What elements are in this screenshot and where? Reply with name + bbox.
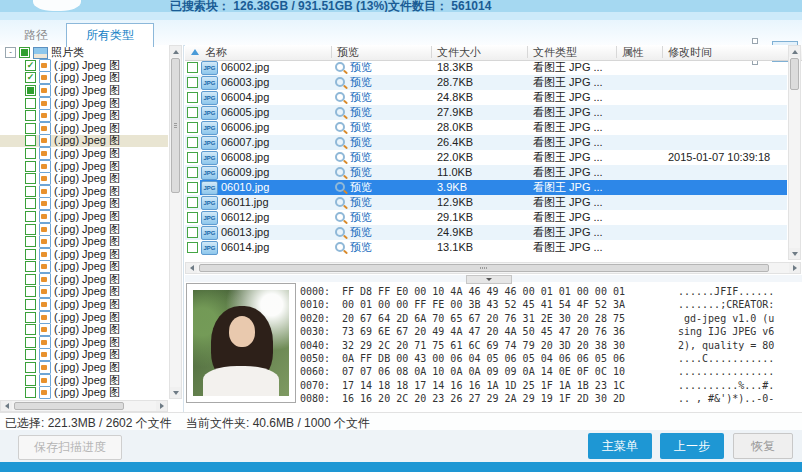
tree-item-checkbox[interactable]: ✓ <box>25 72 36 83</box>
preview-link[interactable]: 预览 <box>350 241 372 254</box>
tree-vscroll-thumb[interactable] <box>171 58 180 193</box>
tree-item-checkbox[interactable] <box>25 274 36 285</box>
list-hscroll-thumb[interactable] <box>199 264 769 272</box>
tree-item-checkbox[interactable] <box>25 337 36 348</box>
list-horizontal-scrollbar[interactable] <box>185 262 801 274</box>
tree-item-jpeg[interactable]: (.jpg) Jpeg 图 <box>0 109 168 122</box>
tree-item-jpeg[interactable]: ✓(.jpg) Jpeg 图 <box>0 59 168 72</box>
tree-item-checkbox[interactable] <box>25 186 36 197</box>
tree-item-jpeg[interactable]: (.jpg) Jpeg 图 <box>0 323 168 336</box>
tree-item-jpeg[interactable]: (.jpg) Jpeg 图 <box>0 185 168 198</box>
row-checkbox[interactable] <box>187 122 198 133</box>
file-row[interactable]: JPG06002.jpg预览18.3KB看图王 JPG ... <box>185 60 787 75</box>
row-checkbox[interactable] <box>187 242 198 253</box>
file-row[interactable]: JPG06007.jpg预览26.4KB看图王 JPG ... <box>185 135 787 150</box>
column-header-mtime[interactable]: 修改时间 <box>668 46 712 59</box>
row-checkbox[interactable] <box>187 62 198 73</box>
tree-item-jpeg[interactable]: (.jpg) Jpeg 图 <box>0 235 168 248</box>
preview-link[interactable]: 预览 <box>350 76 372 89</box>
scroll-up-icon[interactable] <box>170 46 181 57</box>
column-header-type[interactable]: 文件类型 <box>533 46 577 59</box>
tree-item-checkbox[interactable] <box>25 362 36 373</box>
tree-item-checkbox[interactable] <box>25 324 36 335</box>
tree-item-checkbox[interactable] <box>25 198 36 209</box>
tree-item-jpeg[interactable]: (.jpg) Jpeg 图 <box>0 311 168 324</box>
tab-all-types[interactable]: 所有类型 <box>66 23 154 47</box>
tree-item-checkbox[interactable] <box>25 135 36 146</box>
file-row[interactable]: JPG06003.jpg预览28.7KB看图王 JPG ... <box>185 75 787 90</box>
tree-item-checkbox[interactable] <box>25 110 36 121</box>
column-header-name[interactable]: 名称 <box>205 46 227 59</box>
file-row[interactable]: JPG06005.jpg预览27.9KB看图王 JPG ... <box>185 105 787 120</box>
tree-item-checkbox[interactable] <box>25 299 36 310</box>
column-header-attr[interactable]: 属性 <box>622 46 644 59</box>
preview-link[interactable]: 预览 <box>350 121 372 134</box>
tree-item-jpeg[interactable]: (.jpg) Jpeg 图 <box>0 223 168 236</box>
tree-item-checkbox[interactable] <box>25 349 36 360</box>
row-checkbox[interactable] <box>187 182 198 193</box>
scroll-left-icon[interactable] <box>1 401 12 411</box>
preview-link[interactable]: 预览 <box>350 136 372 149</box>
file-row[interactable]: JPG06010.jpg预览3.9KB看图王 JPG ... <box>185 180 787 195</box>
tree-item-jpeg[interactable]: (.jpg) Jpeg 图 <box>0 84 168 97</box>
tree-item-checkbox[interactable] <box>25 312 36 323</box>
tree-item-jpeg[interactable]: (.jpg) Jpeg 图 <box>0 273 168 286</box>
tree-item-jpeg[interactable]: (.jpg) Jpeg 图 <box>0 172 168 185</box>
file-row[interactable]: JPG06008.jpg预览22.0KB看图王 JPG ...2015-01-0… <box>185 150 787 165</box>
file-row[interactable]: JPG06011.jpg预览12.9KB看图王 JPG ... <box>185 195 787 210</box>
tree-horizontal-scrollbar[interactable] <box>0 400 168 412</box>
tree-item-checkbox[interactable]: ✓ <box>25 60 36 71</box>
tree-item-checkbox[interactable] <box>25 286 36 297</box>
tree-vertical-scrollbar[interactable] <box>169 45 182 399</box>
preview-splitter[interactable] <box>185 275 802 282</box>
list-vscroll-thumb[interactable] <box>790 58 799 90</box>
tree-item-checkbox[interactable] <box>25 236 36 247</box>
tree-item-jpeg[interactable]: (.jpg) Jpeg 图 <box>0 336 168 349</box>
scroll-down-icon[interactable] <box>789 248 800 259</box>
tree-item-jpeg[interactable]: (.jpg) Jpeg 图 <box>0 210 168 223</box>
column-header-size[interactable]: 文件大小 <box>437 46 481 59</box>
row-checkbox[interactable] <box>187 197 198 208</box>
tree-item-checkbox[interactable] <box>25 148 36 159</box>
row-checkbox[interactable] <box>187 212 198 223</box>
tree-item-jpeg[interactable]: (.jpg) Jpeg 图 <box>0 298 168 311</box>
main-menu-button[interactable]: 主菜单 <box>588 433 652 459</box>
tab-path[interactable]: 路径 <box>10 26 62 44</box>
tree-root-photos[interactable]: - 照片类 <box>0 46 168 59</box>
file-row[interactable]: JPG06014.jpg预览13.1KB看图王 JPG ... <box>185 240 787 255</box>
scroll-up-icon[interactable] <box>789 46 800 57</box>
tree-item-checkbox[interactable] <box>25 161 36 172</box>
scroll-right-icon[interactable] <box>789 263 800 273</box>
preview-link[interactable]: 预览 <box>350 151 372 164</box>
tree-item-checkbox[interactable] <box>25 98 36 109</box>
preview-link[interactable]: 预览 <box>350 61 372 74</box>
file-row[interactable]: JPG06012.jpg预览29.1KB看图王 JPG ... <box>185 210 787 225</box>
tree-item-checkbox[interactable] <box>25 375 36 386</box>
preview-link[interactable]: 预览 <box>350 91 372 104</box>
tree-item-jpeg[interactable]: ✓(.jpg) Jpeg 图 <box>0 72 168 85</box>
row-checkbox[interactable] <box>187 77 198 88</box>
tree-item-checkbox[interactable] <box>25 387 36 398</box>
tree-item-jpeg[interactable]: (.jpg) Jpeg 图 <box>0 248 168 261</box>
preview-link[interactable]: 预览 <box>350 166 372 179</box>
scroll-down-icon[interactable] <box>170 387 181 398</box>
previous-step-button[interactable]: 上一步 <box>660 433 724 459</box>
tree-item-jpeg[interactable]: (.jpg) Jpeg 图 <box>0 160 168 173</box>
tree-item-jpeg[interactable]: (.jpg) Jpeg 图 <box>0 386 168 399</box>
scroll-left-icon[interactable] <box>186 263 197 273</box>
tree-item-checkbox[interactable] <box>25 85 36 96</box>
preview-link[interactable]: 预览 <box>350 196 372 209</box>
tree-item-jpeg[interactable]: (.jpg) Jpeg 图 <box>0 374 168 387</box>
column-header-preview[interactable]: 预览 <box>337 46 359 59</box>
tree-item-jpeg[interactable]: (.jpg) Jpeg 图 <box>0 147 168 160</box>
preview-link[interactable]: 预览 <box>350 181 372 194</box>
tree-item-jpeg[interactable]: (.jpg) Jpeg 图 <box>0 361 168 374</box>
tree-item-checkbox[interactable] <box>25 249 36 260</box>
tree-expander-icon[interactable]: - <box>5 47 16 58</box>
tree-item-jpeg[interactable]: (.jpg) Jpeg 图 <box>0 349 168 362</box>
tree-item-checkbox[interactable] <box>25 123 36 134</box>
preview-link[interactable]: 预览 <box>350 211 372 224</box>
row-checkbox[interactable] <box>187 92 198 103</box>
tree-root-checkbox[interactable] <box>19 47 30 58</box>
tree-item-checkbox[interactable] <box>25 211 36 222</box>
